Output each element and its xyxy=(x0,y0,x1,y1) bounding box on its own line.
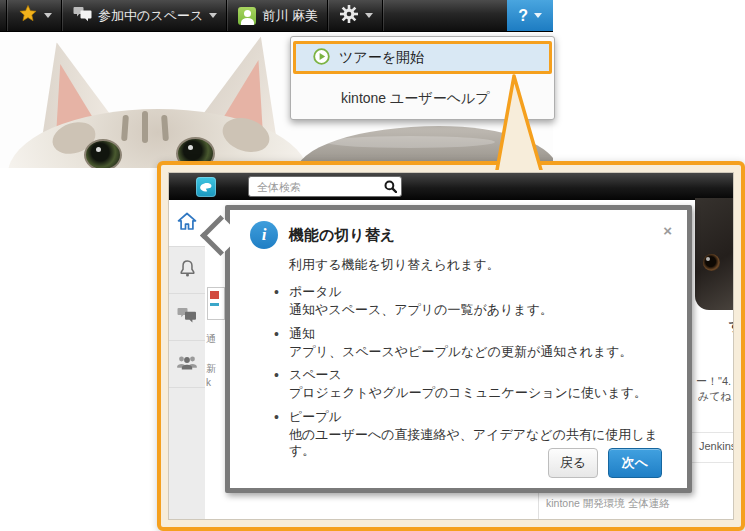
chevron-down-icon xyxy=(44,13,52,18)
callout-pointer xyxy=(488,74,548,174)
kintone-logo-icon[interactable] xyxy=(196,177,216,197)
back-button[interactable]: 戻る xyxy=(548,448,598,478)
dog-photo xyxy=(695,198,733,310)
dog-eye xyxy=(703,254,720,271)
feature-list: ポータル 通知やスペース、アプリの一覧があります。 通知 アプリ、スペースやピー… xyxy=(230,284,687,459)
tour-dialog: i 機能の切り替え × 利用する機能を切り替えられます。 ポータル 通知やスペー… xyxy=(225,205,692,493)
background-text-fragment: 通 xyxy=(206,332,216,346)
menu-item-start-tour[interactable]: ツアーを開始 xyxy=(293,41,552,74)
background-text-fragment: k xyxy=(206,377,211,388)
background-space-link[interactable]: kintone 開発環境 全体連絡 xyxy=(546,497,670,511)
background-text-fragment: す xyxy=(729,317,733,335)
spaces-menu-label: 参加中のスペース xyxy=(98,7,203,25)
help-question-icon: ? xyxy=(518,7,528,25)
cat-stripe xyxy=(142,111,148,143)
feature-term: ポータル xyxy=(289,284,667,300)
background-text-fragment: ー！"4. xyxy=(696,374,731,389)
tour-dialog-title: 機能の切り替え xyxy=(289,221,395,245)
chat-icon xyxy=(177,307,197,328)
background-app-link[interactable]: Jenkins xyxy=(699,440,733,452)
kintone-screenshot: す ー！"4. みてね！ Jenkins kintone 開発環境 全体連絡 通… xyxy=(169,173,733,519)
search-icon[interactable] xyxy=(384,179,397,197)
tour-dialog-buttons: 戻る 次へ xyxy=(548,448,662,478)
chevron-down-icon xyxy=(209,13,217,18)
feature-term: 通知 xyxy=(289,326,667,342)
user-name: 前川 麻美 xyxy=(262,7,318,25)
kintone-header-bar xyxy=(169,173,733,200)
toolbar-stub xyxy=(0,0,7,31)
home-icon xyxy=(177,212,197,235)
sidebar-item-people[interactable] xyxy=(169,341,205,388)
sidebar-item-notifications[interactable] xyxy=(169,247,205,294)
sidebar-item-portal[interactable] xyxy=(169,200,205,247)
divider xyxy=(538,493,539,519)
feature-term: ピープル xyxy=(289,409,667,425)
chevron-down-icon xyxy=(534,13,542,18)
bell-icon xyxy=(178,259,197,282)
search-input[interactable] xyxy=(248,176,402,197)
star-icon xyxy=(18,4,38,27)
tour-dialog-header: i 機能の切り替え xyxy=(230,210,687,249)
background-widget-fragment xyxy=(207,287,225,320)
kintone-sidebar xyxy=(169,200,206,519)
next-button[interactable]: 次へ xyxy=(608,448,662,478)
feature-desc: 通知やスペース、アプリの一覧があります。 xyxy=(289,302,667,318)
kintone-tour-screenshot: 参加中のスペース 前川 麻美 xyxy=(0,0,745,531)
settings-menu-button[interactable] xyxy=(328,0,383,31)
tour-popup-frame: す ー！"4. みてね！ Jenkins kintone 開発環境 全体連絡 通… xyxy=(157,161,745,531)
menu-item-user-help-label: kintone ユーザーヘルプ xyxy=(341,90,490,108)
play-icon xyxy=(313,48,330,68)
menu-item-start-tour-label: ツアーを開始 xyxy=(339,49,424,67)
list-item: スペース プロジェクトやグループのコミュニケーションに使います。 xyxy=(289,367,667,402)
kintone-main-area: す ー！"4. みてね！ Jenkins kintone 開発環境 全体連絡 通… xyxy=(205,200,733,519)
background-text-fragment: 新 xyxy=(206,362,216,376)
list-item: ポータル 通知やスペース、アプリの一覧があります。 xyxy=(289,284,667,319)
help-menu-button[interactable]: ? xyxy=(507,0,553,31)
gear-icon xyxy=(339,4,359,28)
user-avatar-icon xyxy=(238,7,256,25)
feature-term: スペース xyxy=(289,367,667,383)
feature-desc: プロジェクトやグループのコミュニケーションに使います。 xyxy=(289,385,667,401)
tour-dialog-intro: 利用する機能を切り替えられます。 xyxy=(289,256,687,274)
people-icon xyxy=(176,354,198,374)
chevron-down-icon xyxy=(365,13,373,18)
spaces-menu-button[interactable]: 参加中のスペース xyxy=(62,0,227,31)
info-icon: i xyxy=(250,221,278,249)
user-menu-button[interactable]: 前川 麻美 xyxy=(227,0,328,31)
sidebar-item-space[interactable] xyxy=(169,294,205,341)
global-search xyxy=(248,176,402,197)
close-icon[interactable]: × xyxy=(663,223,672,238)
list-item: 通知 アプリ、スペースやピープルなどの更新が通知されます。 xyxy=(289,326,667,361)
background-text-fragment: みてね！ xyxy=(698,389,733,404)
top-toolbar: 参加中のスペース 前川 麻美 xyxy=(0,0,553,32)
favorites-button[interactable] xyxy=(7,0,62,31)
chat-bubbles-icon xyxy=(73,6,92,26)
feature-desc: アプリ、スペースやピープルなどの更新が通知されます。 xyxy=(289,344,667,360)
toolbar-spacer xyxy=(383,0,507,31)
tour-dialog-box: i 機能の切り替え × 利用する機能を切り替えられます。 ポータル 通知やスペー… xyxy=(225,205,692,493)
cat-left-eye xyxy=(84,139,122,168)
